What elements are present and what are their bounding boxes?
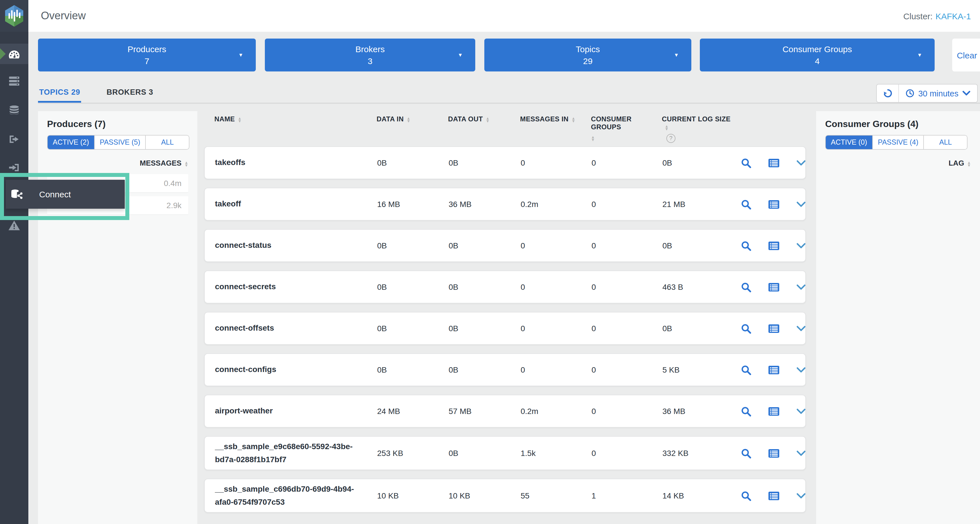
consumer-groups-filter-passive[interactable]: PASSIVE (4) (873, 135, 924, 149)
column-header-consumer-groups[interactable]: CONSUMER GROUPS ▲▼ (581, 115, 652, 143)
column-header-name[interactable]: NAME▲▼ (204, 115, 366, 143)
tab-topics[interactable]: TOPICS 29 (38, 83, 81, 103)
producers-messages-header[interactable]: MESSAGES▲▼ (47, 159, 188, 167)
consumer-groups-filter-button[interactable]: Consumer Groups 4 ▼ (700, 38, 935, 72)
sidebar-item-topics[interactable] (0, 100, 29, 120)
table-row[interactable]: connect-status 0B 0B 0 0 0B (204, 229, 806, 262)
producers-filter-passive[interactable]: PASSIVE (5) (95, 135, 146, 149)
sidebar-item-overview[interactable] (0, 44, 29, 64)
expand-chevron-down-icon[interactable] (796, 366, 806, 373)
topic-row-actions (734, 364, 806, 375)
producers-filter-all[interactable]: ALL (146, 135, 189, 149)
data-explorer-table-icon[interactable] (768, 407, 779, 416)
topics-filter-count: 29 (583, 56, 592, 66)
column-header-messages-in[interactable]: MESSAGES IN▲▼ (510, 115, 581, 143)
topic-name: airport-weather (205, 401, 367, 421)
topic-name: takeoffs (205, 153, 367, 173)
table-row[interactable]: takeoff 16 MB 36 MB 0.2m 0 21 MB (204, 188, 806, 221)
smm-hexagon-logo-icon (5, 5, 23, 27)
time-range-control: 30 minutes (876, 84, 978, 103)
consumer-groups-filter-all[interactable]: ALL (924, 135, 967, 149)
cluster-name-link[interactable]: KAFKA-1 (935, 11, 971, 21)
topic-consumer-groups: 0 (581, 200, 652, 209)
consumer-groups-state-filter: ACTIVE (0) PASSIVE (4) ALL (825, 135, 967, 150)
sidebar-item-producers[interactable] (0, 129, 29, 149)
table-row[interactable]: connect-secrets 0B 0B 0 0 463 B (204, 271, 806, 303)
search-icon[interactable] (741, 406, 751, 417)
producers-panel-title: Producers (7) (47, 119, 188, 129)
table-row[interactable]: connect-offsets 0B 0B 0 0 0B (204, 312, 806, 345)
data-explorer-table-icon[interactable] (768, 200, 779, 209)
table-row[interactable]: __ssb_sample_e9c68e60-5592-43be-bd7a-028… (204, 436, 806, 470)
consumer-groups-filter-active[interactable]: ACTIVE (0) (826, 135, 873, 149)
table-row[interactable]: __ssb_sample_c696db70-69d9-4b94-afa0-675… (204, 479, 806, 513)
brokers-filter-button[interactable]: Brokers 3 ▼ (265, 38, 475, 72)
column-header-data-in[interactable]: DATA IN▲▼ (366, 115, 438, 143)
topic-data-out: 36 MB (438, 200, 511, 209)
topic-consumer-groups: 0 (581, 241, 652, 250)
dashboard-gauge-icon (8, 49, 20, 58)
sidebar-item-consumers[interactable] (0, 157, 29, 177)
search-icon[interactable] (741, 448, 751, 459)
clear-filters-button[interactable]: Clear (952, 38, 980, 72)
refresh-button[interactable] (877, 84, 899, 102)
search-icon[interactable] (741, 282, 751, 292)
topic-messages-in: 0.2m (511, 200, 581, 209)
consumer-groups-lag-header[interactable]: LAG▲▼ (825, 159, 971, 167)
expand-chevron-down-icon[interactable] (796, 493, 806, 499)
sort-icon: ▲▼ (591, 135, 595, 142)
search-icon[interactable] (741, 199, 751, 210)
sidebar-item-connect[interactable]: Connect (6, 180, 125, 209)
expand-chevron-down-icon[interactable] (796, 325, 806, 331)
topic-row-actions (734, 199, 806, 210)
expand-chevron-down-icon[interactable] (796, 201, 806, 207)
sidebar-item-alerts[interactable] (0, 215, 29, 235)
producers-filter-active[interactable]: ACTIVE (2) (48, 135, 95, 149)
table-row[interactable]: takeoffs 0B 0B 0 0 0B (204, 146, 806, 179)
topic-messages-in: 55 (511, 491, 581, 500)
app-logo[interactable] (0, 0, 29, 32)
search-icon[interactable] (741, 491, 751, 501)
data-explorer-table-icon[interactable] (768, 492, 779, 500)
topic-data-out: 0B (438, 241, 511, 250)
expand-chevron-down-icon[interactable] (796, 450, 806, 456)
data-explorer-table-icon[interactable] (768, 365, 779, 374)
expand-chevron-down-icon[interactable] (796, 242, 806, 248)
table-row[interactable]: airport-weather 24 MB 57 MB 0.2m 0 36 MB (204, 395, 806, 428)
producer-messages: 0.4m (164, 178, 181, 188)
data-explorer-table-icon[interactable] (768, 159, 779, 167)
sidebar-item-brokers[interactable] (0, 71, 29, 91)
column-header-data-out[interactable]: DATA OUT▲▼ (438, 115, 510, 143)
tab-brokers[interactable]: BROKERS 3 (105, 83, 154, 101)
data-explorer-table-icon[interactable] (768, 241, 779, 250)
topic-messages-in: 0 (511, 282, 581, 291)
time-range-dropdown[interactable]: 30 minutes (899, 84, 977, 102)
topic-messages-in: 0 (511, 324, 581, 333)
topic-data-out: 0B (438, 282, 511, 291)
topic-name: connect-secrets (205, 277, 367, 297)
column-header-current-log-size[interactable]: CURRENT LOG SIZE▲▼ ? (652, 115, 733, 143)
search-icon[interactable] (741, 323, 751, 334)
expand-chevron-down-icon[interactable] (796, 408, 806, 414)
brokers-filter-count: 3 (368, 56, 372, 66)
table-row[interactable]: connect-configs 0B 0B 0 0 5 KB (204, 353, 806, 386)
topic-name: connect-configs (205, 360, 367, 380)
expand-chevron-down-icon[interactable] (796, 160, 806, 166)
active-item-arrow-icon (0, 48, 6, 59)
search-icon[interactable] (741, 158, 751, 168)
data-explorer-table-icon[interactable] (768, 324, 779, 333)
topics-filter-button[interactable]: Topics 29 ▼ (484, 38, 691, 72)
connect-flyout-label: Connect (39, 190, 71, 199)
expand-chevron-down-icon[interactable] (796, 284, 806, 290)
search-icon[interactable] (741, 240, 751, 251)
data-explorer-table-icon[interactable] (768, 449, 779, 457)
topic-name: connect-offsets (205, 319, 367, 338)
topic-data-in: 0B (367, 158, 438, 167)
data-explorer-table-icon[interactable] (768, 283, 779, 291)
topic-data-in: 24 MB (367, 407, 438, 416)
sort-icon: ▲▼ (407, 116, 410, 123)
topic-messages-in: 0.2m (511, 407, 581, 416)
help-icon[interactable]: ? (667, 134, 675, 143)
producers-filter-button[interactable]: Producers 7 ▼ (38, 38, 256, 72)
search-icon[interactable] (741, 364, 751, 375)
